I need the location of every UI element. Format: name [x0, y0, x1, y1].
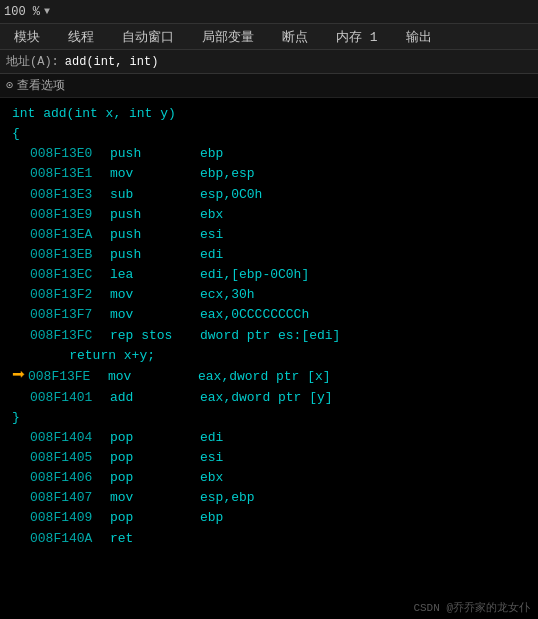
asm-lines-before: 008F13E0pushebp008F13E1movebp,esp008F13E…	[8, 144, 530, 345]
close-brace: }	[12, 408, 20, 428]
table-row: 008F140Aret	[8, 529, 530, 549]
current-asm-lines: ⮕008F13FEmoveax,dword ptr [x]008F1401add…	[8, 366, 530, 408]
table-row: 008F13F2movecx,30h	[8, 285, 530, 305]
asm-operand: esi	[200, 448, 223, 468]
toolbar: 100 % ▼	[0, 0, 538, 24]
asm-address: 008F13EB	[30, 245, 110, 265]
viewopts-label: 查看选项	[17, 77, 65, 94]
asm-mnemonic: rep stos	[110, 326, 200, 346]
asm-address: 008F13EC	[30, 265, 110, 285]
asm-address: 008F1409	[30, 508, 110, 528]
asm-mnemonic: push	[110, 225, 200, 245]
asm-address: 008F13F7	[30, 305, 110, 325]
asm-mnemonic: mov	[110, 164, 200, 184]
asm-address: 008F13EA	[30, 225, 110, 245]
func-decl-line: int add(int x, int y)	[8, 104, 530, 124]
asm-operand: ebx	[200, 468, 223, 488]
asm-address: 008F13FC	[30, 326, 110, 346]
asm-address: 008F13E0	[30, 144, 110, 164]
asm-address: 008F1401	[30, 388, 110, 408]
close-brace-line: }	[8, 408, 530, 428]
menu-item-局部变量[interactable]: 局部变量	[188, 24, 268, 50]
asm-operand: eax,0CCCCCCCCh	[200, 305, 309, 325]
viewopts-bar: ⊙ 查看选项	[0, 74, 538, 98]
table-row: ⮕008F13FEmoveax,dword ptr [x]	[8, 366, 530, 388]
open-brace-line: {	[8, 124, 530, 144]
table-row: 008F13ECleaedi,[ebp-0C0h]	[8, 265, 530, 285]
menu-item-自动窗口[interactable]: 自动窗口	[108, 24, 188, 50]
menu-item-模块[interactable]: 模块	[0, 24, 54, 50]
asm-mnemonic: push	[110, 205, 200, 225]
asm-address: 008F1404	[30, 428, 110, 448]
asm-address: 008F1407	[30, 488, 110, 508]
menu-item-线程[interactable]: 线程	[54, 24, 108, 50]
asm-lines-end: 008F1404popedi008F1405popesi008F1406pope…	[8, 428, 530, 549]
table-row: 008F13E9pushebx	[8, 205, 530, 225]
table-row: 008F1405popesi	[8, 448, 530, 468]
asm-mnemonic: pop	[110, 508, 200, 528]
asm-operand: esp,ebp	[200, 488, 255, 508]
table-row: 008F1401addeax,dword ptr [y]	[8, 388, 530, 408]
asm-operand: edi	[200, 245, 223, 265]
asm-operand: ebp,esp	[200, 164, 255, 184]
asm-operand: dword ptr es:[edi]	[200, 326, 340, 346]
table-row: 008F13FCrep stosdword ptr es:[edi]	[8, 326, 530, 346]
watermark-text: CSDN @乔乔家的龙女仆	[413, 602, 530, 614]
asm-operand: ebx	[200, 205, 223, 225]
table-row: 008F1404popedi	[8, 428, 530, 448]
asm-operand: edi,[ebp-0C0h]	[200, 265, 309, 285]
table-row: 008F13E3subesp,0C0h	[8, 185, 530, 205]
func-decl-text: int add(int x, int y)	[12, 104, 176, 124]
addressbar: 地址(A): add(int, int)	[0, 50, 538, 74]
footer-watermark: CSDN @乔乔家的龙女仆	[413, 600, 530, 615]
asm-address: 008F1406	[30, 468, 110, 488]
menu-item-断点[interactable]: 断点	[268, 24, 322, 50]
addressbar-value: add(int, int)	[65, 55, 159, 69]
asm-mnemonic: lea	[110, 265, 200, 285]
return-stmt-line: return x+y;	[8, 346, 530, 366]
asm-operand: esp,0C0h	[200, 185, 262, 205]
asm-mnemonic: mov	[108, 367, 198, 387]
asm-mnemonic: push	[110, 144, 200, 164]
asm-mnemonic: mov	[110, 488, 200, 508]
asm-mnemonic: pop	[110, 448, 200, 468]
asm-mnemonic: add	[110, 388, 200, 408]
zoom-display: 100 %	[4, 5, 40, 19]
table-row: 008F1407movesp,ebp	[8, 488, 530, 508]
asm-mnemonic: pop	[110, 468, 200, 488]
code-area: int add(int x, int y) { 008F13E0pushebp0…	[0, 98, 538, 619]
menu-item-内存 1[interactable]: 内存 1	[322, 24, 392, 50]
table-row: 008F13EApushesi	[8, 225, 530, 245]
table-row: 008F13E1movebp,esp	[8, 164, 530, 184]
asm-operand: esi	[200, 225, 223, 245]
menubar: 模块线程自动窗口局部变量断点内存 1输出	[0, 24, 538, 50]
asm-mnemonic: mov	[110, 285, 200, 305]
asm-address: 008F13F2	[30, 285, 110, 305]
viewopts-arrow: ⊙	[6, 78, 13, 93]
asm-address: 008F140A	[30, 529, 110, 549]
asm-mnemonic: ret	[110, 529, 200, 549]
asm-address: 008F13E9	[30, 205, 110, 225]
open-brace: {	[12, 124, 20, 144]
asm-operand: eax,dword ptr [x]	[198, 367, 331, 387]
asm-mnemonic: push	[110, 245, 200, 265]
viewopts-toggle[interactable]: ⊙ 查看选项	[6, 77, 65, 94]
asm-mnemonic: sub	[110, 185, 200, 205]
table-row: 008F1409popebp	[8, 508, 530, 528]
asm-address: 008F13E1	[30, 164, 110, 184]
asm-operand: edi	[200, 428, 223, 448]
asm-address: 008F13FE	[28, 367, 108, 387]
return-stmt: return x+y;	[38, 346, 155, 366]
menu-item-输出[interactable]: 输出	[392, 24, 446, 50]
asm-address: 008F13E3	[30, 185, 110, 205]
addressbar-label: 地址(A):	[6, 53, 59, 70]
asm-address: 008F1405	[30, 448, 110, 468]
asm-mnemonic: mov	[110, 305, 200, 325]
zoom-dropdown-icon[interactable]: ▼	[44, 6, 50, 17]
table-row: 008F13E0pushebp	[8, 144, 530, 164]
current-line-marker: ⮕	[12, 366, 26, 388]
asm-operand: eax,dword ptr [y]	[200, 388, 333, 408]
table-row: 008F1406popebx	[8, 468, 530, 488]
table-row: 008F13F7moveax,0CCCCCCCCh	[8, 305, 530, 325]
asm-operand: ecx,30h	[200, 285, 255, 305]
